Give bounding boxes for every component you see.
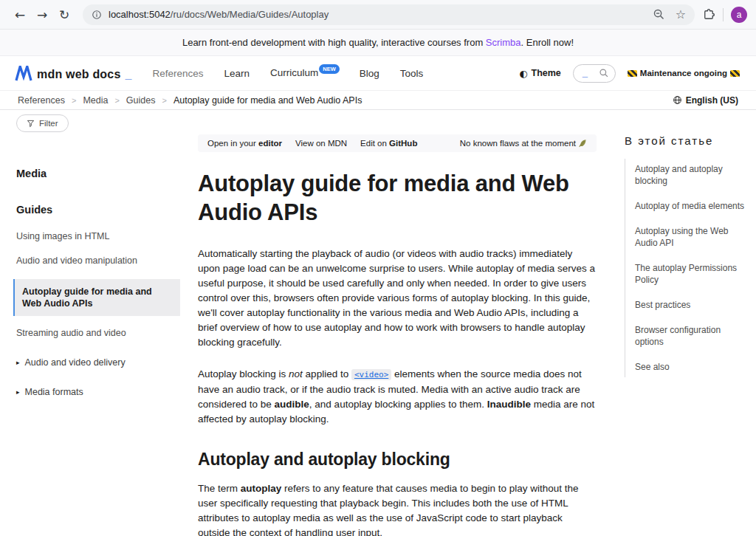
chrome-right-controls: a bbox=[702, 7, 747, 23]
breadcrumb-current-page[interactable]: Autoplay guide for media and Web Audio A… bbox=[173, 95, 362, 106]
maintenance-label: Maintenance ongoing bbox=[640, 69, 727, 78]
edit-on-github-bold: GitHub bbox=[389, 139, 417, 148]
nav-item-tools[interactable]: Tools bbox=[400, 68, 424, 79]
toc-sidebar: В этой статье Autoplay and autoplay bloc… bbox=[611, 110, 756, 536]
view-on-mdn-button[interactable]: View on MDN bbox=[295, 139, 347, 148]
browser-chrome: ← → ↻ localhost:5042/ru/docs/Web/Media/G… bbox=[0, 0, 756, 30]
site-header: mdn web docs _ References Learn Curricul… bbox=[0, 56, 756, 90]
mdn-logo-text: mdn web docs bbox=[37, 68, 121, 81]
edit-on-github-pre: Edit on bbox=[360, 139, 389, 148]
banner-text-after: . Enroll now! bbox=[521, 37, 574, 48]
left-sidebar: Filter Media Guides Using images in HTML… bbox=[0, 110, 198, 536]
nav-item-curriculum-label: Curriculum bbox=[270, 67, 318, 78]
maintenance-notice: Maintenance ongoing bbox=[628, 69, 740, 78]
edit-on-github-button[interactable]: Edit on GitHub bbox=[360, 139, 417, 148]
toc-item-permissions-policy[interactable]: The autoplay Permissions Policy bbox=[635, 258, 749, 290]
sidebar-guides-list: Using images in HTML Audio and video man… bbox=[16, 230, 180, 398]
toc-item-web-audio-api[interactable]: Autoplay using the Web Audio API bbox=[635, 221, 749, 253]
search-input[interactable]: _ bbox=[573, 64, 616, 83]
url-domain: localhost:5042 bbox=[109, 9, 171, 20]
theme-label: Theme bbox=[532, 68, 561, 78]
url-text: localhost:5042/ru/docs/Web/Media/Guides/… bbox=[109, 9, 653, 20]
language-label: English (US) bbox=[686, 95, 738, 106]
breadcrumb-references[interactable]: References bbox=[18, 95, 65, 106]
breadcrumb-bar: References > Media > Guides > Autoplay g… bbox=[0, 90, 756, 110]
autoplay-blocking-paragraph: Autoplay blocking is not applied to <vid… bbox=[198, 367, 597, 427]
construction-barrier-icon bbox=[730, 70, 740, 77]
nav-item-blog[interactable]: Blog bbox=[360, 68, 379, 79]
construction-barrier-icon bbox=[628, 70, 637, 77]
open-in-editor-bold: editor bbox=[258, 139, 282, 148]
divider bbox=[723, 8, 724, 21]
feather-icon bbox=[578, 139, 587, 148]
sidebar-item-media-formats[interactable]: ▸Media formats bbox=[16, 386, 180, 398]
main-nav: References Learn CurriculumNEW Blog Tool… bbox=[152, 67, 423, 79]
expand-triangle-icon: ▸ bbox=[16, 357, 20, 368]
url-bar[interactable]: localhost:5042/ru/docs/Web/Media/Guides/… bbox=[83, 4, 695, 25]
filter-label: Filter bbox=[39, 119, 58, 128]
mdn-logo[interactable]: mdn web docs _ bbox=[15, 66, 131, 81]
banner-text: Learn front-end development with high qu… bbox=[182, 37, 574, 48]
breadcrumb-separator: > bbox=[162, 96, 166, 105]
site-info-icon[interactable] bbox=[92, 10, 102, 20]
sidebar-item-label: Audio and video delivery bbox=[25, 357, 126, 368]
breadcrumb-separator: > bbox=[72, 96, 76, 105]
back-icon[interactable]: ← bbox=[9, 7, 31, 22]
mdn-logo-underscore: _ bbox=[126, 68, 132, 81]
article-toolbar: Open in your editor View on MDN Edit on … bbox=[198, 134, 597, 152]
extensions-icon[interactable] bbox=[702, 8, 715, 21]
sidebar-item-autoplay-guide-active[interactable]: Autoplay guide for media and Web Audio A… bbox=[13, 279, 180, 316]
promo-banner: Learn front-end development with high qu… bbox=[0, 30, 756, 56]
theme-icon: ◐ bbox=[519, 68, 527, 79]
profile-avatar[interactable]: a bbox=[731, 7, 747, 23]
search-cursor: _ bbox=[583, 69, 588, 77]
breadcrumb: References > Media > Guides > Autoplay g… bbox=[18, 95, 362, 106]
sidebar-item-using-images[interactable]: Using images in HTML bbox=[16, 230, 180, 242]
filter-icon bbox=[27, 120, 35, 128]
intro-paragraph: Automatically starting the playback of a… bbox=[198, 247, 597, 350]
toc-item-browser-configuration[interactable]: Browser configuration options bbox=[635, 320, 749, 352]
article: Open in your editor View on MDN Edit on … bbox=[198, 110, 611, 536]
breadcrumb-guides[interactable]: Guides bbox=[126, 95, 156, 106]
toc-list: Autoplay and autoplay blocking Autoplay … bbox=[625, 159, 749, 377]
sidebar-item-audio-video-delivery[interactable]: ▸Audio and video delivery bbox=[16, 357, 180, 368]
theme-toggle[interactable]: ◐ Theme bbox=[519, 68, 561, 79]
toc-item-autoplay-blocking[interactable]: Autoplay and autoplay blocking bbox=[635, 159, 749, 191]
zoom-out-icon[interactable] bbox=[653, 8, 665, 21]
autoplay-term-paragraph: The term autoplay refers to any feature … bbox=[198, 481, 597, 536]
nav-item-references[interactable]: References bbox=[152, 68, 203, 79]
open-in-editor-button[interactable]: Open in your editor bbox=[207, 139, 282, 148]
open-in-editor-pre: Open in your bbox=[207, 139, 258, 148]
sidebar-section-guides[interactable]: Guides bbox=[16, 204, 180, 216]
scrimba-link[interactable]: Scrimba bbox=[486, 37, 521, 48]
header-right-controls: ◐ Theme _ Maintenance ongoing bbox=[519, 64, 740, 83]
breadcrumb-separator: > bbox=[114, 96, 119, 105]
nav-item-curriculum[interactable]: CurriculumNEW bbox=[270, 67, 339, 79]
nav-item-learn[interactable]: Learn bbox=[224, 68, 250, 79]
url-path: /ru/docs/Web/Media/Guides/Autoplay bbox=[171, 9, 329, 20]
breadcrumb-media[interactable]: Media bbox=[83, 95, 108, 106]
bookmark-star-icon[interactable]: ☆ bbox=[676, 9, 686, 21]
flaws-status[interactable]: No known flaws at the moment bbox=[460, 139, 587, 148]
toc-title: В этой статье bbox=[625, 134, 749, 147]
toc-item-best-practices[interactable]: Best practices bbox=[635, 295, 749, 315]
filter-button[interactable]: Filter bbox=[16, 114, 69, 132]
page-title: Autoplay guide for media and Web Audio A… bbox=[198, 169, 597, 227]
toc-item-media-elements[interactable]: Autoplay of media elements bbox=[635, 196, 749, 216]
banner-text-before: Learn front-end development with high qu… bbox=[182, 37, 486, 48]
sidebar-section-media[interactable]: Media bbox=[16, 168, 180, 179]
sidebar-item-streaming-audio-video[interactable]: Streaming audio and video bbox=[16, 327, 180, 339]
flaws-label: No known flaws at the moment bbox=[460, 139, 576, 148]
language-switcher[interactable]: English (US) bbox=[673, 95, 738, 106]
search-icon bbox=[599, 68, 609, 78]
expand-triangle-icon: ▸ bbox=[16, 386, 20, 398]
reload-icon[interactable]: ↻ bbox=[53, 7, 75, 22]
toc-item-see-also[interactable]: See also bbox=[635, 357, 749, 377]
globe-icon bbox=[673, 95, 682, 105]
page-body: Filter Media Guides Using images in HTML… bbox=[0, 110, 756, 536]
forward-icon[interactable]: → bbox=[31, 7, 53, 22]
section-heading-autoplay-blocking: Autoplay and autoplay blocking bbox=[198, 450, 597, 470]
sidebar-item-label: Media formats bbox=[25, 386, 83, 398]
sidebar-item-audio-video-manipulation[interactable]: Audio and video manipulation bbox=[16, 255, 180, 267]
mdn-logo-icon bbox=[15, 66, 32, 81]
